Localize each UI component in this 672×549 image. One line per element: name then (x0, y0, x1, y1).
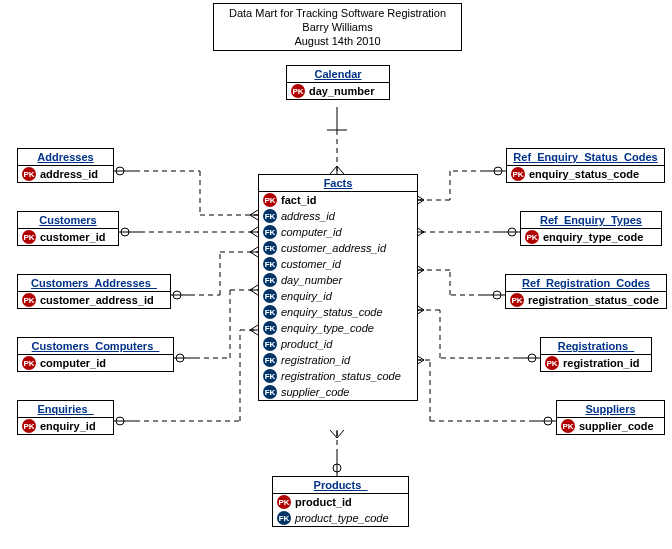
column-name: registration_id (281, 354, 350, 366)
pk-icon: PK (22, 419, 36, 433)
fk-icon: FK (263, 305, 277, 319)
entity-enquiries: Enquiries_ PKenquiry_id (17, 400, 114, 435)
table-row: FKcustomer_id (259, 256, 417, 272)
column-name: customer_id (40, 231, 105, 243)
pk-icon: PK (263, 193, 277, 207)
entity-header: Suppliers (557, 401, 664, 418)
svg-line-3 (330, 166, 337, 174)
entity-header: Customers_Computers_ (18, 338, 173, 355)
svg-line-11 (250, 210, 258, 215)
entity-suppliers: Suppliers PKsupplier_code (556, 400, 665, 435)
entity-header: Customers (18, 212, 118, 229)
table-row: FKregistration_status_code (259, 368, 417, 384)
pk-icon: PK (525, 230, 539, 244)
table-row: PKenquiry_id (18, 418, 113, 434)
table-row: PKcomputer_id (18, 355, 173, 371)
pk-icon: PK (22, 167, 36, 181)
table-row: PKenquiry_type_code (521, 229, 661, 245)
entity-header: Enquiries_ (18, 401, 113, 418)
fk-icon: FK (263, 209, 277, 223)
column-name: day_number (309, 85, 374, 97)
title-box: Data Mart for Tracking Software Registra… (213, 3, 462, 51)
column-name: enquiry_id (40, 420, 96, 432)
title-line1: Data Mart for Tracking Software Registra… (220, 6, 455, 20)
column-name: product_id (281, 338, 332, 350)
entity-header: Registrations_ (541, 338, 651, 355)
column-name: supplier_code (579, 420, 654, 432)
column-name: fact_id (281, 194, 316, 206)
pk-icon: PK (22, 293, 36, 307)
table-row: PKfact_id (259, 192, 417, 208)
column-name: address_id (281, 210, 335, 222)
fk-icon: FK (263, 273, 277, 287)
svg-line-12 (250, 215, 258, 220)
entity-ref-enquiry-types: Ref_Enquiry_Types PKenquiry_type_code (520, 211, 662, 246)
pk-icon: PK (291, 84, 305, 98)
entity-header: Ref_Enquiry_Status_Codes (507, 149, 664, 166)
column-name: computer_id (281, 226, 342, 238)
er-diagram: Data Mart for Tracking Software Registra… (0, 0, 672, 549)
svg-line-41 (250, 325, 258, 330)
table-row: FKcomputer_id (259, 224, 417, 240)
svg-line-26 (250, 252, 258, 257)
column-name: computer_id (40, 357, 106, 369)
entity-header: Facts (259, 175, 417, 192)
entity-header: Addresses (18, 149, 113, 166)
entity-ref-registration-codes: Ref_Registration_Codes PKregistration_st… (505, 274, 667, 309)
table-row: FKregistration_id (259, 352, 417, 368)
fk-icon: FK (263, 241, 277, 255)
table-row: FKcustomer_address_id (259, 240, 417, 256)
entity-customers: Customers PKcustomer_id (17, 211, 119, 246)
fk-icon: FK (263, 257, 277, 271)
svg-line-17 (250, 227, 258, 232)
column-name: customer_address_id (281, 242, 386, 254)
pk-icon: PK (545, 356, 559, 370)
entity-header: Customers_Addresses_ (18, 275, 170, 292)
table-row: PKregistration_id (541, 355, 651, 371)
fk-icon: FK (263, 385, 277, 399)
table-row: PKaddress_id (18, 166, 113, 182)
table-row: PKregistration_status_code (506, 292, 666, 308)
fk-icon: FK (263, 337, 277, 351)
column-name: day_number (281, 274, 342, 286)
column-name: registration_id (563, 357, 639, 369)
fk-icon: FK (263, 225, 277, 239)
column-name: product_type_code (295, 512, 389, 524)
column-name: enquiry_type_code (281, 322, 374, 334)
svg-line-25 (250, 247, 258, 252)
pk-icon: PK (277, 495, 291, 509)
entity-calendar: Calendar PKday_number (286, 65, 390, 100)
entity-customers-addresses: Customers_Addresses_ PKcustomer_address_… (17, 274, 171, 309)
entity-registrations: Registrations_ PKregistration_id (540, 337, 652, 372)
entity-header: Products_ (273, 477, 408, 494)
title-line2: Barry Williams (220, 20, 455, 34)
svg-line-86 (337, 430, 344, 438)
column-name: supplier_code (281, 386, 350, 398)
title-line3: August 14th 2010 (220, 34, 455, 48)
pk-icon: PK (511, 167, 525, 181)
fk-icon: FK (263, 321, 277, 335)
table-row: FKday_number (259, 272, 417, 288)
table-row: PKproduct_id (273, 494, 408, 510)
entity-facts: Facts PKfact_idFKaddress_idFKcomputer_id… (258, 174, 418, 401)
entity-header: Calendar (287, 66, 389, 83)
table-row: PKsupplier_code (557, 418, 664, 434)
table-row: PKcustomer_address_id (18, 292, 170, 308)
table-row: FKproduct_id (259, 336, 417, 352)
fk-icon: FK (263, 289, 277, 303)
entity-products: Products_ PKproduct_id FKproduct_type_co… (272, 476, 409, 527)
table-row: FKsupplier_code (259, 384, 417, 400)
column-name: customer_address_id (40, 294, 154, 306)
entity-addresses: Addresses PKaddress_id (17, 148, 114, 183)
svg-line-33 (250, 285, 258, 290)
pk-icon: PK (510, 293, 524, 307)
fk-icon: FK (263, 353, 277, 367)
fk-icon: FK (263, 369, 277, 383)
table-row: FKproduct_type_code (273, 510, 408, 526)
pk-icon: PK (22, 230, 36, 244)
table-row: FKaddress_id (259, 208, 417, 224)
svg-line-85 (330, 430, 337, 438)
pk-icon: PK (22, 356, 36, 370)
table-row: FKenquiry_status_code (259, 304, 417, 320)
column-name: enquiry_id (281, 290, 332, 302)
